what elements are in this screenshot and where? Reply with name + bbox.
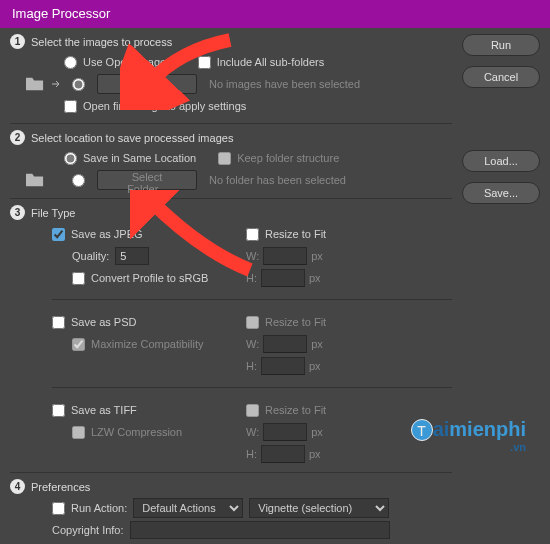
px-label: px <box>309 360 321 372</box>
save-psd-checkbox[interactable] <box>52 316 65 329</box>
jpeg-h-label: H: <box>246 272 257 284</box>
copyright-label: Copyright Info: <box>52 524 124 536</box>
max-compat-label: Maximize Compatibility <box>91 338 203 350</box>
jpeg-h-input <box>261 269 305 287</box>
action-select[interactable]: Vignette (selection) <box>249 498 389 518</box>
px-label: px <box>311 426 323 438</box>
px-label: px <box>309 272 321 284</box>
step-number-1: 1 <box>10 34 25 49</box>
quality-label: Quality: <box>72 250 109 262</box>
include-subfolders-label: Include All sub-folders <box>217 56 325 68</box>
step-number-4: 4 <box>10 479 25 494</box>
save-jpeg-label: Save as JPEG <box>71 228 143 240</box>
save-psd-label: Save as PSD <box>71 316 136 328</box>
section-2-save-location: 2 Select location to save processed imag… <box>10 130 452 190</box>
no-images-text: No images have been selected <box>209 78 360 90</box>
tiff-h-label: H: <box>246 448 257 460</box>
save-button[interactable]: Save... <box>462 182 540 204</box>
px-label: px <box>309 448 321 460</box>
save-tiff-checkbox[interactable] <box>52 404 65 417</box>
section-4-title: Preferences <box>31 481 90 493</box>
copyright-input[interactable] <box>130 521 390 539</box>
same-location-label: Save in Same Location <box>83 152 196 164</box>
use-open-images-label: Use Open Images <box>83 56 172 68</box>
step-number-3: 3 <box>10 205 25 220</box>
load-button[interactable]: Load... <box>462 150 540 172</box>
tiff-w-input <box>263 423 307 441</box>
window-title: Image Processor <box>0 0 550 28</box>
section-1-select-images: 1 Select the images to process Use Open … <box>10 34 452 115</box>
save-select-folder-radio[interactable] <box>72 174 85 187</box>
cancel-button[interactable]: Cancel <box>462 66 540 88</box>
tiff-h-input <box>261 445 305 463</box>
section-4-preferences: 4 Preferences Run Action: Default Action… <box>10 479 452 544</box>
select-folder-button[interactable]: Select Folder... <box>97 74 197 94</box>
use-open-images-radio[interactable] <box>64 56 77 69</box>
px-label: px <box>311 250 323 262</box>
divider <box>10 198 452 199</box>
section-3-title: File Type <box>31 207 75 219</box>
px-label: px <box>311 338 323 350</box>
lzw-checkbox <box>72 426 85 439</box>
psd-w-input <box>263 335 307 353</box>
jpeg-w-label: W: <box>246 250 259 262</box>
open-first-image-checkbox[interactable] <box>64 100 77 113</box>
jpeg-resize-checkbox[interactable] <box>246 228 259 241</box>
watermark: Taimienphi .vn <box>411 418 526 453</box>
tiff-resize-checkbox <box>246 404 259 417</box>
psd-h-label: H: <box>246 360 257 372</box>
lzw-label: LZW Compression <box>91 426 182 438</box>
folder-icon <box>24 75 46 93</box>
arrow-right-icon <box>52 79 62 89</box>
max-compat-checkbox <box>72 338 85 351</box>
psd-resize-label: Resize to Fit <box>265 316 326 328</box>
step-number-2: 2 <box>10 130 25 145</box>
section-1-title: Select the images to process <box>31 36 172 48</box>
section-2-title: Select location to save processed images <box>31 132 233 144</box>
folder-icon <box>24 171 46 189</box>
convert-srgb-checkbox[interactable] <box>72 272 85 285</box>
same-location-radio[interactable] <box>64 152 77 165</box>
tiff-w-label: W: <box>246 426 259 438</box>
keep-structure-label: Keep folder structure <box>237 152 339 164</box>
run-action-checkbox[interactable] <box>52 502 65 515</box>
open-first-image-label: Open first image to apply settings <box>83 100 246 112</box>
run-action-label: Run Action: <box>71 502 127 514</box>
include-subfolders-checkbox[interactable] <box>198 56 211 69</box>
quality-input[interactable] <box>115 247 149 265</box>
divider <box>10 123 452 124</box>
keep-structure-checkbox <box>218 152 231 165</box>
psd-h-input <box>261 357 305 375</box>
run-button[interactable]: Run <box>462 34 540 56</box>
section-3-file-type: 3 File Type Save as JPEG Resize to Fit Q… <box>10 205 452 464</box>
divider <box>10 472 452 473</box>
jpeg-resize-label: Resize to Fit <box>265 228 326 240</box>
psd-w-label: W: <box>246 338 259 350</box>
save-jpeg-checkbox[interactable] <box>52 228 65 241</box>
action-set-select[interactable]: Default Actions <box>133 498 243 518</box>
no-folder-text: No folder has been selected <box>209 174 346 186</box>
tiff-resize-label: Resize to Fit <box>265 404 326 416</box>
save-select-folder-button[interactable]: Select Folder... <box>97 170 197 190</box>
jpeg-w-input <box>263 247 307 265</box>
psd-resize-checkbox <box>246 316 259 329</box>
convert-srgb-label: Convert Profile to sRGB <box>91 272 208 284</box>
save-tiff-label: Save as TIFF <box>71 404 137 416</box>
select-folder-radio[interactable] <box>72 78 85 91</box>
